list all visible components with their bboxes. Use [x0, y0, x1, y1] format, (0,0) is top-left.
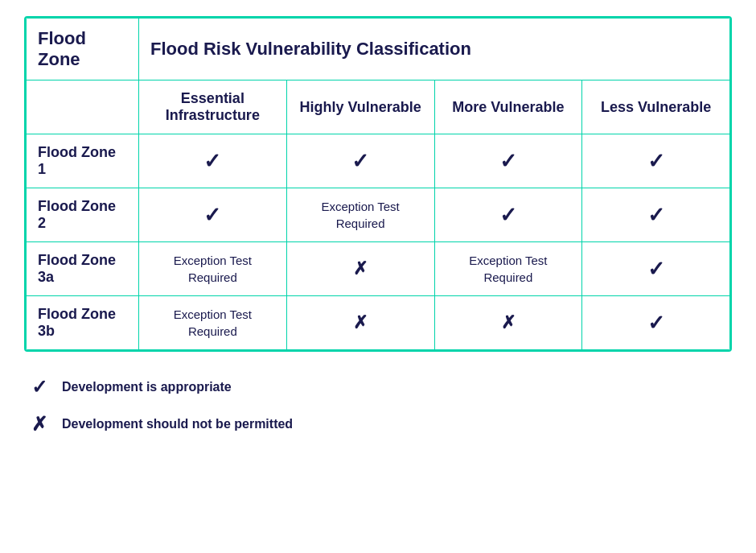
cell-more-3: ✗ — [434, 296, 582, 350]
cell-less-0: ✓ — [582, 134, 730, 188]
cell-less-1: ✓ — [582, 188, 730, 242]
check-icon: ✓ — [499, 203, 517, 227]
table-row: Flood Zone1 — [27, 134, 139, 188]
cell-essential-0: ✓ — [139, 134, 287, 188]
cross-legend-symbol: ✗ — [28, 413, 51, 435]
cell-highly-1: Exception Test Required — [286, 188, 434, 242]
exception-text: Exception Test Required — [469, 254, 547, 284]
cross-legend-item: ✗ Development should not be permitted — [28, 413, 728, 435]
exception-text: Exception Test Required — [321, 200, 399, 230]
table-row: Flood Zone3b — [27, 296, 139, 350]
check-legend-label: Development is appropriate — [62, 380, 232, 394]
more-col-header: More Vulnerable — [434, 80, 582, 134]
legend-section: ✓ Development is appropriate ✗ Developme… — [24, 376, 732, 435]
check-icon: ✓ — [203, 203, 221, 227]
essential-col-header: Essential Infrastructure — [139, 80, 287, 134]
check-legend-item: ✓ Development is appropriate — [28, 376, 728, 398]
cell-more-1: ✓ — [434, 188, 582, 242]
exception-text: Exception Test Required — [174, 307, 252, 338]
cross-icon: ✗ — [501, 312, 516, 332]
less-col-header: Less Vulnerable — [582, 80, 730, 134]
cell-less-3: ✓ — [582, 296, 730, 350]
cell-highly-0: ✓ — [286, 134, 434, 188]
cross-icon: ✗ — [353, 312, 368, 332]
empty-header — [27, 80, 139, 134]
cross-icon: ✗ — [353, 258, 368, 279]
classification-header: Flood Risk Vulnerability Classification — [139, 19, 730, 80]
cell-more-0: ✓ — [434, 134, 582, 188]
table-row: Flood Zone2 — [27, 188, 139, 242]
zone-column-header: Flood Zone — [27, 19, 139, 80]
table-title: Flood Risk Vulnerability Classification — [150, 39, 471, 59]
check-icon: ✓ — [647, 149, 665, 173]
zone-label-header: Flood Zone — [38, 28, 86, 69]
cell-essential-1: ✓ — [139, 188, 287, 242]
exception-text: Exception Test Required — [174, 254, 252, 284]
cell-more-2: Exception Test Required — [434, 242, 582, 296]
table-row: Flood Zone3a — [27, 242, 139, 296]
flood-risk-table: Flood Zone Flood Risk Vulnerability Clas… — [24, 16, 732, 352]
cross-legend-label: Development should not be permitted — [62, 417, 293, 431]
cell-highly-3: ✗ — [286, 296, 434, 350]
check-icon: ✓ — [647, 203, 665, 227]
check-icon: ✓ — [499, 149, 517, 173]
check-icon: ✓ — [647, 311, 665, 335]
cell-highly-2: ✗ — [286, 242, 434, 296]
cell-essential-3: Exception Test Required — [139, 296, 287, 350]
check-icon: ✓ — [203, 149, 221, 173]
check-legend-symbol: ✓ — [28, 376, 51, 398]
check-icon: ✓ — [647, 257, 665, 281]
cell-essential-2: Exception Test Required — [139, 242, 287, 296]
highly-col-header: Highly Vulnerable — [286, 80, 434, 134]
cell-less-2: ✓ — [582, 242, 730, 296]
check-icon: ✓ — [351, 149, 369, 173]
